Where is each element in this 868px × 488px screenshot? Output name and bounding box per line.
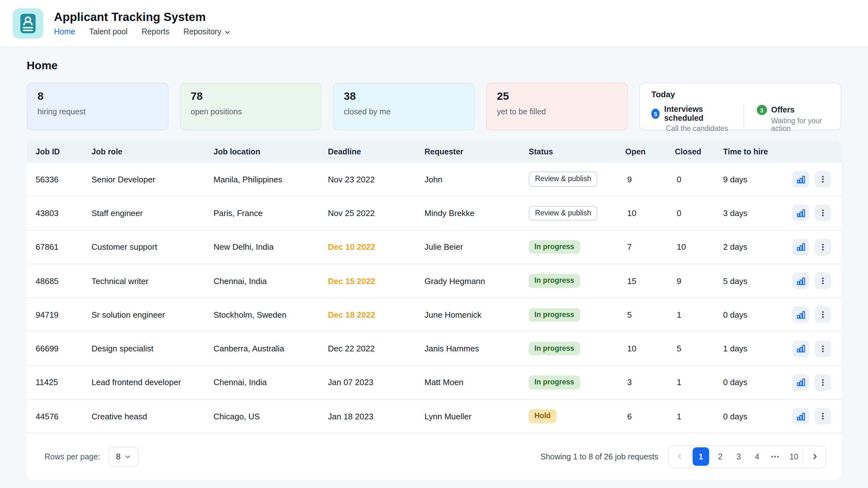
cell-requester: Grady Hegmann: [425, 276, 529, 285]
table-footer: Rows per page: 8 Showing 1 to 8 of 26 jo…: [27, 434, 841, 480]
cell-status: Hold: [529, 409, 625, 423]
cell-requester: Janis Hammes: [425, 344, 529, 353]
nav-item-label: Repository: [183, 27, 221, 36]
cell-status: In progress: [529, 342, 625, 356]
cell-closed-count: 1: [675, 310, 723, 319]
next-page-button[interactable]: [803, 446, 826, 468]
row-actions: [790, 374, 832, 391]
bar-chart-button[interactable]: [793, 171, 809, 187]
kebab-menu-button[interactable]: [815, 408, 831, 424]
cell-job-location: Chennai, India: [214, 378, 328, 387]
cell-time-to-hire: 2 days: [723, 242, 790, 252]
stats-row: 8hiring request78open positions38closed …: [27, 83, 841, 130]
bar-chart-button[interactable]: [793, 307, 809, 323]
cell-job-role: Staff engineer: [92, 208, 214, 218]
kebab-menu-button[interactable]: [815, 340, 831, 357]
status-badge: Hold: [529, 409, 556, 423]
cell-job-id: 66699: [36, 344, 92, 353]
column-header-open: Open: [625, 147, 675, 156]
today-divider: [743, 105, 744, 128]
app-window: Applicant Tracking System HomeTalent poo…: [0, 0, 868, 488]
cell-job-id: 67861: [36, 242, 92, 252]
cell-time-to-hire: 0 days: [723, 310, 790, 319]
cell-deadline: Dec 18 2022: [328, 310, 425, 319]
bar-chart-button[interactable]: [793, 205, 809, 221]
row-actions: [790, 408, 832, 424]
today-item-offers: 3 Offers Waiting for your action: [756, 105, 829, 132]
cell-job-location: Stockholm, Sweden: [214, 310, 328, 319]
cell-requester: John: [425, 175, 529, 184]
cell-status: Review & publish: [529, 172, 625, 187]
bar-chart-button[interactable]: [793, 273, 809, 289]
nav-item-home[interactable]: Home: [54, 27, 75, 36]
bar-chart-button[interactable]: [793, 340, 809, 357]
cell-job-role: Design specialist: [92, 344, 214, 353]
rows-per-page-value: 8: [116, 452, 120, 462]
cell-open-count: 15: [625, 276, 675, 285]
page-button-3[interactable]: 3: [730, 446, 748, 468]
cell-closed-count: 1: [675, 378, 723, 387]
nav-item-reports[interactable]: Reports: [142, 27, 170, 36]
cell-closed-count: 1: [675, 411, 723, 421]
nav-item-talent-pool[interactable]: Talent pool: [89, 27, 128, 36]
cell-deadline: Jan 18 2023: [328, 411, 425, 421]
main-nav: HomeTalent poolReportsRepository: [54, 27, 231, 36]
cell-deadline: Nov 25 2022: [328, 208, 425, 218]
kebab-menu-button[interactable]: [815, 205, 831, 221]
page-button-1[interactable]: 1: [693, 448, 709, 466]
column-header-deadline: Deadline: [328, 147, 425, 156]
stat-value: 78: [191, 90, 311, 103]
kebab-menu-button[interactable]: [815, 239, 831, 255]
cell-job-id: 48685: [36, 276, 92, 285]
cell-status: Review & publish: [529, 206, 625, 220]
interviews-subtext: Call the candidates: [666, 125, 731, 132]
table-row: 44576Creative heasdChicago, USJan 18 202…: [27, 400, 841, 434]
page-button-10[interactable]: 10: [785, 446, 803, 468]
cell-open-count: 7: [625, 242, 675, 252]
cell-job-location: New Delhi, India: [214, 242, 328, 252]
cell-requester: June Homenick: [425, 310, 529, 319]
cell-open-count: 6: [625, 411, 675, 421]
cell-requester: Julie Beier: [425, 242, 529, 252]
row-actions: [790, 340, 832, 357]
stat-card-yet-to-be-filled: 25yet to be filled: [486, 83, 628, 130]
cell-deadline: Nov 23 2022: [328, 175, 425, 184]
main-content: Home 8hiring request78open positions38cl…: [0, 59, 868, 480]
column-header-requester: Requester: [425, 147, 529, 156]
chevron-down-icon: [225, 29, 231, 35]
cell-job-id: 94719: [36, 310, 92, 319]
rows-per-page-select[interactable]: 8: [108, 447, 138, 467]
column-header-time-to-hire: Time to hire: [723, 147, 790, 156]
page-button-2[interactable]: 2: [711, 446, 730, 468]
bar-chart-button[interactable]: [793, 408, 809, 424]
page-button-4[interactable]: 4: [748, 446, 766, 468]
nav-item-repository[interactable]: Repository: [183, 27, 231, 36]
table-row: 94719Sr solution engineerStockholm, Swed…: [27, 298, 841, 332]
table-header-row: Job IDJob roleJob locationDeadlineReques…: [27, 141, 841, 163]
cell-requester: Mindy Brekke: [425, 208, 529, 218]
cell-open-count: 10: [625, 208, 675, 218]
kebab-menu-button[interactable]: [815, 273, 831, 289]
cell-closed-count: 0: [675, 175, 723, 184]
bar-chart-button[interactable]: [793, 239, 809, 255]
cell-open-count: 5: [625, 310, 675, 319]
cell-open-count: 3: [625, 378, 675, 387]
kebab-menu-button[interactable]: [815, 374, 831, 391]
status-badge: In progress: [529, 308, 580, 322]
cell-status: In progress: [529, 375, 625, 389]
cell-closed-count: 10: [675, 242, 723, 252]
stat-value: 8: [37, 90, 158, 103]
cell-job-role: Creative heasd: [92, 411, 214, 421]
kebab-menu-button[interactable]: [815, 307, 831, 323]
previous-page-button[interactable]: [669, 446, 691, 468]
cell-time-to-hire: 0 days: [723, 378, 790, 387]
bar-chart-button[interactable]: [793, 374, 809, 391]
column-header-status: Status: [529, 147, 625, 156]
cell-deadline: Dec 10 2022: [328, 242, 425, 252]
stat-card-closed-by-me: 38closed by me: [333, 83, 475, 130]
offers-label: Offers: [771, 105, 795, 114]
kebab-menu-button[interactable]: [815, 171, 831, 187]
status-badge: In progress: [529, 274, 580, 288]
column-header-job-location: Job location: [214, 147, 328, 156]
cell-job-location: Canberra, Australia: [214, 344, 328, 353]
